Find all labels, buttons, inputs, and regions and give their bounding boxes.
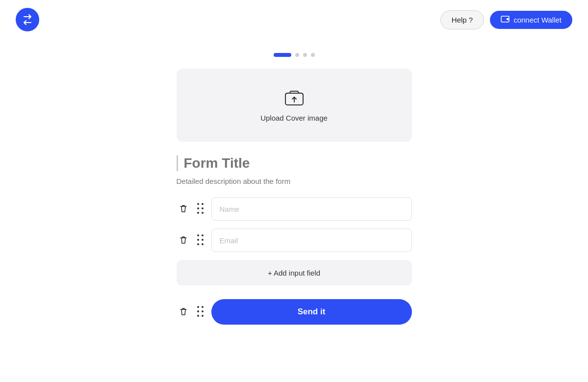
connect-wallet-button[interactable]: connect Wallet [490,11,572,29]
drag-dots-icon [197,234,205,246]
field-row-email [177,229,412,252]
drag-send-button[interactable] [195,304,206,320]
drag-name-button[interactable] [195,201,206,217]
folder-upload-icon [284,88,304,108]
help-button[interactable]: Help ? [440,10,484,29]
form-title-input[interactable] [177,155,412,171]
delete-email-button[interactable] [177,233,190,247]
steps-indicator [0,53,588,57]
send-row: Send it [177,299,412,325]
upload-cover-area[interactable]: Upload Cover image [177,69,412,142]
step-3 [303,53,307,57]
field-row-name [177,197,412,221]
form-builder: Upload Cover image [177,69,412,325]
send-button[interactable]: Send it [211,299,412,325]
header-actions: Help ? connect Wallet [440,10,572,29]
svg-rect-1 [507,18,509,20]
step-2 [295,53,299,57]
main-content: Upload Cover image [0,69,588,344]
header: Help ? connect Wallet [0,0,588,39]
name-field-input[interactable] [211,197,412,221]
email-field-input[interactable] [211,229,412,252]
trash-icon [179,204,188,214]
step-4 [311,53,315,57]
delete-name-button[interactable] [177,202,190,216]
upload-label: Upload Cover image [260,114,328,122]
trash-icon [179,235,188,245]
add-input-field-button[interactable]: + Add input field [177,260,412,285]
logo-icon[interactable] [16,8,39,31]
trash-icon [179,307,188,317]
delete-send-button[interactable] [177,305,190,319]
form-description-input[interactable] [177,177,412,185]
drag-dots-icon [197,203,205,215]
step-1 [274,53,291,57]
drag-email-button[interactable] [195,232,206,248]
drag-dots-icon [197,306,205,318]
wallet-icon [501,16,510,24]
